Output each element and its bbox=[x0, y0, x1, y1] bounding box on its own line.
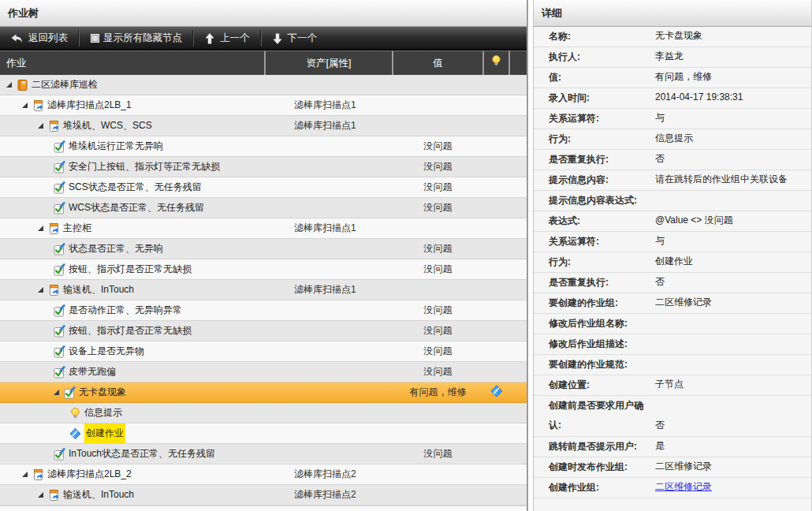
show-hidden-nodes-button[interactable]: 显示所有隐藏节点 bbox=[80, 27, 193, 50]
tree-node-label: 设备上是否无异物 bbox=[69, 341, 144, 361]
tree-row-job-cell: 状态是否正常、无异响 bbox=[0, 239, 264, 259]
detail-field-row: 名称:无卡盘现象 bbox=[534, 27, 812, 47]
tree-row[interactable]: 创建作业 bbox=[0, 423, 527, 444]
expand-collapse-icon[interactable] bbox=[6, 82, 12, 88]
column-resize-handle[interactable] bbox=[508, 51, 510, 76]
clipboard-icon bbox=[48, 222, 60, 235]
tree-node-label: 输送机、InTouch bbox=[63, 485, 134, 505]
tree-row-job-cell: 创建作业 bbox=[0, 423, 264, 443]
tree-row[interactable]: InTouch状态是否正常、无任务残留没问题 bbox=[0, 444, 527, 464]
diamond-action-icon bbox=[490, 385, 503, 400]
tree-row-value-cell: 没问题 bbox=[393, 157, 482, 177]
detail-field-label: 是否重复执行: bbox=[549, 150, 653, 170]
detail-field-row: 修改后作业组名称: bbox=[534, 314, 812, 334]
tree-row-job-cell: 输送机、InTouch bbox=[0, 485, 264, 505]
expand-collapse-icon[interactable] bbox=[38, 492, 43, 498]
back-to-list-button[interactable]: 返回列表 bbox=[0, 27, 79, 50]
tree-row-value-cell: 没问题 bbox=[393, 259, 482, 279]
tree-row-partial bbox=[0, 505, 527, 511]
job-tree-body: 二区滤棒库巡检滤棒库扫描点2LB_1滤棒库扫描点1堆垛机、WCS、SCS滤棒库扫… bbox=[0, 75, 527, 511]
tree-node-label: 堆垛机运行正常无异响 bbox=[69, 136, 163, 156]
tree-row-selected[interactable]: 无卡盘现象有问题，维修 bbox=[0, 382, 527, 403]
tree-row-job-cell: 无卡盘现象 bbox=[0, 382, 264, 402]
detail-field-label: 是否重复执行: bbox=[549, 273, 653, 293]
expand-collapse-icon[interactable] bbox=[22, 103, 28, 108]
tree-node-label: 皮带无跑偏 bbox=[69, 362, 116, 382]
tree-row[interactable]: SCS状态是否正常、无任务残留没问题 bbox=[0, 177, 527, 198]
detail-field-value: 二区维修记录 bbox=[655, 457, 712, 477]
tree-row-job-cell: 按钮、指示灯是否正常无缺损 bbox=[0, 321, 264, 341]
detail-field-label: 创建作业组: bbox=[549, 478, 653, 498]
tree-node-label: 二区滤棒库巡检 bbox=[32, 75, 98, 95]
detail-field-value: 创建作业 bbox=[655, 252, 693, 272]
tree-node-label: 堆垛机、WCS、SCS bbox=[63, 116, 152, 136]
detail-field-label: 创建位置: bbox=[549, 375, 653, 395]
tree-row-value-cell: 没问题 bbox=[393, 136, 482, 156]
expand-collapse-icon[interactable] bbox=[54, 390, 59, 395]
detail-field-label: 修改后作业组描述: bbox=[549, 334, 653, 354]
tree-row[interactable]: 堆垛机运行正常无异响没问题 bbox=[0, 136, 527, 157]
tree-row[interactable]: 输送机、InTouch滤棒库扫描点2 bbox=[0, 485, 527, 505]
previous-button[interactable]: 上一个 bbox=[194, 27, 261, 50]
tree-row-job-cell: InTouch状态是否正常、无任务残留 bbox=[0, 444, 264, 464]
tree-row[interactable]: 堆垛机、WCS、SCS滤棒库扫描点1 bbox=[0, 116, 527, 136]
column-header-flag[interactable] bbox=[484, 51, 508, 76]
tree-toolbar: 返回列表 显示所有隐藏节点 上一个 下一个 bbox=[0, 27, 527, 50]
tree-row[interactable]: 安全门上按钮、指示灯等正常无缺损没问题 bbox=[0, 157, 527, 177]
detail-field-value: 无卡盘现象 bbox=[655, 26, 702, 47]
detail-field-value: 是 bbox=[655, 436, 665, 457]
expand-collapse-icon[interactable] bbox=[38, 287, 43, 293]
tree-row-asset-cell: 滤棒库扫描点1 bbox=[266, 95, 392, 115]
tree-node-label: 滤棒库扫描点2LB_2 bbox=[47, 464, 132, 484]
tree-row-value-cell: 没问题 bbox=[393, 444, 482, 464]
job-tree-panel: 作业树 返回列表 显示所有隐藏节点 上一个 bbox=[0, 0, 528, 511]
tree-row[interactable]: 按钮、指示灯是否正常无缺损没问题 bbox=[0, 259, 527, 280]
column-header-value[interactable]: 值 bbox=[393, 51, 482, 76]
next-button[interactable]: 下一个 bbox=[262, 27, 329, 50]
detail-panel-title: 详细 bbox=[534, 0, 812, 27]
tree-row[interactable]: 滤棒库扫描点2LB_1滤棒库扫描点1 bbox=[0, 95, 527, 116]
tree-row-job-cell: 安全门上按钮、指示灯等正常无缺损 bbox=[0, 157, 264, 177]
detail-field-row: 值:有问题，维修 bbox=[534, 68, 812, 88]
detail-panel: 详细 名称:无卡盘现象执行人:李益龙值:有问题，维修录入时间:2014-04-1… bbox=[533, 0, 812, 511]
column-header-asset[interactable]: 资产[属性] bbox=[266, 51, 392, 76]
tree-row[interactable]: 设备上是否无异物没问题 bbox=[0, 341, 527, 362]
tree-row[interactable]: 滤棒库扫描点2LB_2滤棒库扫描点2 bbox=[0, 464, 527, 485]
tree-row[interactable]: 二区滤棒库巡检 bbox=[0, 75, 527, 95]
expand-collapse-icon[interactable] bbox=[38, 123, 43, 129]
detail-field-label: 跳转前是否提示用户: bbox=[549, 437, 653, 457]
detail-field-label: 行为: bbox=[549, 252, 653, 272]
tree-row[interactable]: 皮带无跑偏没问题 bbox=[0, 362, 527, 382]
tree-row-job-cell: 堆垛机、WCS、SCS bbox=[0, 116, 264, 136]
detail-field-label: 值: bbox=[549, 68, 653, 88]
expand-collapse-icon[interactable] bbox=[22, 472, 28, 477]
detail-field-label: 关系运算符: bbox=[549, 232, 653, 252]
tree-row[interactable]: 主控柜滤棒库扫描点1 bbox=[0, 218, 527, 239]
detail-field-label: 修改后作业组名称: bbox=[549, 314, 653, 334]
tree-node-label: 是否动作正常、无异响异常 bbox=[69, 300, 182, 320]
tree-row-value-cell: 没问题 bbox=[393, 239, 482, 259]
tree-row[interactable]: 是否动作正常、无异响异常没问题 bbox=[0, 300, 527, 321]
tree-row[interactable]: 信息提示 bbox=[0, 403, 527, 423]
checked-item-icon bbox=[54, 448, 65, 461]
tree-row[interactable]: 状态是否正常、无异响没问题 bbox=[0, 239, 527, 259]
detail-fields: 名称:无卡盘现象执行人:李益龙值:有问题，维修录入时间:2014-04-17 1… bbox=[534, 27, 812, 498]
detail-field-row: 要创建的作业组:二区维修记录 bbox=[534, 293, 812, 314]
column-header-job[interactable]: 作业 bbox=[6, 51, 26, 76]
tree-row-job-cell: 是否动作正常、无异响异常 bbox=[0, 300, 264, 320]
detail-field-value: @Value <> 没问题 bbox=[655, 211, 733, 231]
previous-label: 上一个 bbox=[220, 32, 250, 45]
detail-field-row: 是否重复执行:否 bbox=[534, 150, 812, 170]
tree-node-label: 输送机、InTouch bbox=[63, 280, 134, 300]
detail-field-value-link[interactable]: 二区维修记录 bbox=[655, 477, 712, 498]
tree-row-job-cell: 滤棒库扫描点2LB_1 bbox=[0, 95, 264, 115]
checkbox-icon[interactable] bbox=[91, 34, 99, 43]
tree-row[interactable]: WCS状态是否正常、无任务残留没问题 bbox=[0, 198, 527, 218]
detail-field-row: 关系运算符:与 bbox=[534, 232, 812, 252]
tree-row-job-cell: 滤棒库扫描点2LB_2 bbox=[0, 464, 264, 484]
tree-row[interactable]: 输送机、InTouch滤棒库扫描点1 bbox=[0, 280, 527, 300]
clipboard-icon bbox=[48, 284, 60, 297]
expand-collapse-icon[interactable] bbox=[38, 226, 43, 231]
detail-field-row: 创建位置:子节点 bbox=[534, 375, 812, 396]
tree-row[interactable]: 按钮、指示灯是否正常无缺损没问题 bbox=[0, 321, 527, 341]
